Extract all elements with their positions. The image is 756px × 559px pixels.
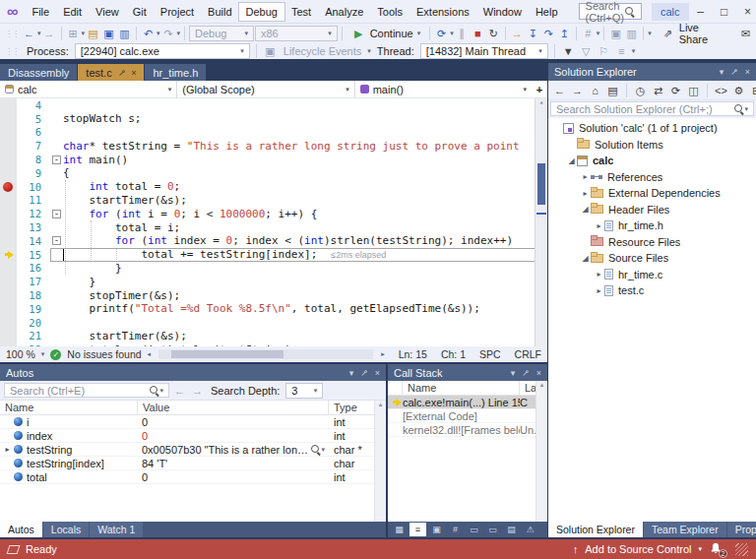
undo-icon[interactable]: ↶ — [141, 26, 156, 41]
resize-grip[interactable] — [735, 543, 748, 556]
tab-test.c[interactable]: test.c⊸× — [78, 64, 144, 81]
reset-filter-icon[interactable]: ▽ — [579, 43, 594, 59]
live-share-button[interactable]: ⇗ Live Share — [661, 22, 724, 45]
tree-item-test-c[interactable]: ▸test.c — [548, 282, 756, 299]
panel-tab-output-icon[interactable]: ▤ — [503, 523, 520, 536]
space-indicator[interactable]: SPC — [479, 348, 501, 360]
switch-views-icon[interactable]: ▤ — [605, 83, 620, 98]
pin-icon[interactable]: ⊸ — [358, 366, 370, 378]
breakpoint-margin[interactable] — [0, 126, 17, 140]
fold-margin[interactable]: - — [50, 236, 63, 245]
health-indicator-icon[interactable]: ✓ — [50, 349, 61, 360]
refresh-icon[interactable]: ⟳ — [668, 83, 683, 98]
window-position-caret-icon[interactable]: ▾ — [720, 67, 724, 77]
menu-help[interactable]: Help — [529, 3, 565, 21]
tree-item-external-dependencies[interactable]: ▸External Dependencies — [548, 185, 756, 202]
tree-item-hr-time-h[interactable]: ▸hr_time.h — [548, 217, 756, 234]
call-stack-frame[interactable]: kernel32.dll![Frames below m...Un... — [388, 423, 547, 437]
breakpoint-margin[interactable] — [0, 153, 17, 166]
menu-tools[interactable]: Tools — [370, 3, 410, 21]
quick-search-box[interactable]: Search (Ctrl+Q) — [579, 3, 642, 20]
tab-solution-explorer[interactable]: Solution Explorer — [548, 522, 643, 537]
stop-debugging-icon[interactable]: ■ — [471, 26, 485, 41]
call-stack-scrollbar[interactable]: ▴ — [536, 381, 547, 522]
code-line[interactable]: 10 int total = 0; — [0, 180, 547, 194]
tree-collapsed-icon[interactable]: ▸ — [594, 221, 604, 230]
zoom-level[interactable]: 100 % — [6, 348, 35, 360]
forward-icon[interactable]: → — [570, 83, 585, 98]
fold-collapse-icon[interactable]: - — [52, 236, 61, 245]
column-indicator[interactable]: Ch: 1 — [441, 348, 466, 360]
call-stack-title-bar[interactable]: Call Stack ▾ ⊸ × — [388, 364, 547, 381]
save-all-icon[interactable]: ▥ — [117, 26, 132, 41]
panel-tab-memory-icon[interactable]: ▦ — [391, 523, 408, 536]
code-line[interactable]: 18 stopTimer(&s); — [0, 288, 547, 302]
menu-edit[interactable]: Edit — [56, 3, 89, 21]
code-line[interactable]: 16 } — [0, 262, 547, 276]
breakpoint-margin[interactable] — [0, 275, 17, 288]
scrollbar-thumb[interactable] — [537, 163, 545, 206]
close-tab-icon[interactable]: × — [131, 68, 136, 78]
step-out-icon[interactable]: ↥ — [557, 26, 572, 41]
menu-project[interactable]: Project — [154, 3, 201, 21]
tree-item-resource-files[interactable]: Resource Files — [548, 234, 756, 251]
window-title-badge[interactable]: calc — [652, 3, 689, 21]
minimize-button[interactable]: – — [689, 5, 713, 19]
tab-Disassembly[interactable]: Disassembly — [0, 64, 77, 81]
menu-debug[interactable]: Debug — [239, 3, 284, 21]
tree-item-calc[interactable]: ◢calc — [548, 153, 756, 169]
scope-dropdown[interactable]: (Global Scope) ▾ — [177, 81, 354, 97]
redo-caret-icon[interactable]: ▾ — [177, 30, 181, 37]
hscrollbar-thumb[interactable] — [171, 350, 283, 358]
line-indicator[interactable]: Ln: 15 — [399, 348, 427, 360]
tab-watch-1[interactable]: Watch 1 — [90, 522, 143, 537]
break-all-icon[interactable]: ∥ — [455, 26, 470, 41]
tree-expanded-icon[interactable]: ◢ — [580, 205, 591, 214]
tab-hr_time.h[interactable]: hr_time.h — [145, 64, 206, 81]
pin-icon[interactable]: ⊸ — [728, 66, 740, 78]
redo-icon[interactable]: ↷ — [161, 26, 176, 41]
tree-item-hr-time-c[interactable]: ▸hr_time.c — [548, 267, 756, 283]
panel-tab-command-icon[interactable]: ▭ — [466, 523, 482, 536]
restart-icon[interactable]: ↻ — [486, 26, 501, 41]
solution-explorer-title-bar[interactable]: Solution Explorer ▾ ⊸ × — [548, 63, 756, 81]
pending-icon[interactable]: ◷ — [633, 83, 648, 98]
undo-caret-icon[interactable]: ▾ — [157, 30, 160, 37]
tab-properties[interactable]: Properties — [727, 522, 756, 537]
navigate-back-caret-icon[interactable]: ▾ — [37, 30, 41, 37]
menu-extensions[interactable]: Extensions — [410, 3, 476, 21]
code-line[interactable]: 17 } — [0, 275, 547, 288]
code-line[interactable]: 14- for (int index = 0; index < (int)str… — [0, 234, 547, 248]
code-line[interactable]: 13 total = i; — [0, 220, 547, 234]
scroll-up-icon[interactable]: ▴ — [536, 98, 547, 106]
breakpoint-margin[interactable] — [0, 166, 17, 180]
tab-locals[interactable]: Locals — [43, 522, 89, 537]
tree-expanded-icon[interactable]: ◢ — [580, 254, 591, 263]
add-to-source-control-button[interactable]: Add to Source Control — [585, 543, 691, 555]
stack-frames-icon[interactable]: ≡ — [614, 43, 629, 59]
breakpoint-margin[interactable] — [0, 248, 17, 262]
properties-icon[interactable]: ⚙ — [731, 83, 746, 98]
flag-threads-icon[interactable]: ⚐ — [597, 43, 611, 59]
search-back-icon[interactable]: ← — [172, 383, 187, 399]
solution-search-box[interactable]: Search Solution Explorer (Ctrl+;) ▾ — [550, 101, 754, 116]
breakpoint-margin[interactable] — [0, 220, 17, 234]
call-stack-frame[interactable]: calc.exe!main(...) Line 15C — [388, 396, 547, 409]
panel-tab-immediate-icon[interactable]: ▭ — [484, 523, 501, 536]
show-next-statement-icon[interactable]: → — [510, 26, 525, 41]
view-code-icon[interactable]: <> — [714, 83, 728, 98]
autos-row[interactable]: testString[index]84 'T'char — [0, 457, 386, 470]
close-panel-icon[interactable]: × — [375, 368, 380, 378]
menu-test[interactable]: Test — [284, 3, 318, 21]
solution-configuration-combo[interactable]: Debug▾ — [189, 26, 254, 41]
code-line[interactable]: 7char* testString = "This is a rather lo… — [0, 139, 547, 153]
hot-reload-caret-icon[interactable]: ▾ — [450, 30, 454, 37]
close-panel-icon[interactable]: × — [745, 67, 750, 77]
notifications-button[interactable]: 2 — [709, 542, 724, 556]
breakpoint-margin[interactable] — [0, 207, 17, 220]
code-line[interactable]: 4 — [0, 98, 547, 112]
sync-icon[interactable]: ⇄ — [651, 83, 665, 98]
breakpoint-margin[interactable] — [0, 330, 17, 343]
lifecycle-events-icon[interactable]: ▣ — [263, 43, 278, 59]
breakpoint-margin[interactable] — [0, 98, 17, 112]
